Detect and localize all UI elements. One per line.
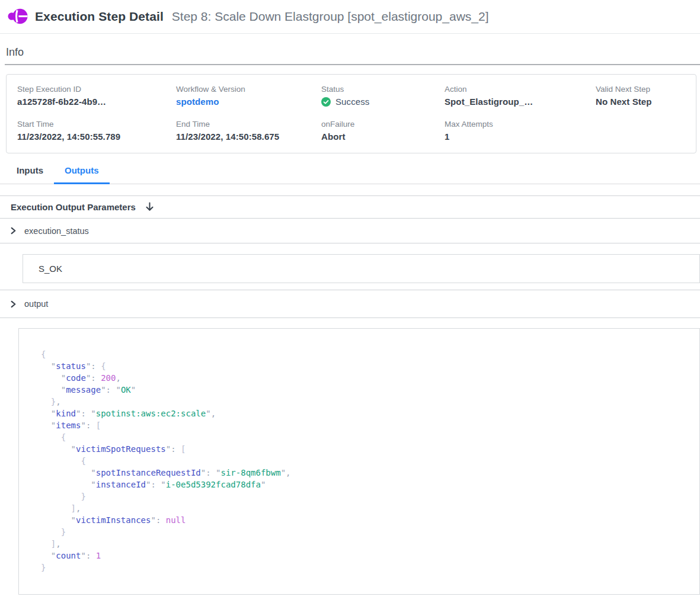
workflow-link[interactable]: spotdemo (176, 97, 321, 107)
execution-status-panel: S_OK (0, 254, 700, 290)
field-label: Step Execution ID (17, 85, 176, 94)
divider (5, 64, 700, 65)
output-panel: { "status": { "code": 200, "message": "O… (0, 328, 700, 595)
execution-output-parameters-header: Execution Output Parameters (0, 195, 700, 219)
field-label: Valid Next Step (596, 85, 684, 94)
field-label: onFailure (321, 120, 445, 129)
param-row-execution-status[interactable]: execution_status (0, 219, 700, 243)
field-value: 11/23/2022, 14:50:58.675 (176, 131, 321, 142)
download-arrow-icon[interactable] (145, 202, 155, 212)
info-card: Step Execution ID a125728f-6b22-4b9… Wor… (6, 74, 696, 153)
tab-inputs[interactable]: Inputs (6, 165, 54, 184)
output-json-box: { "status": { "code": 200, "message": "O… (18, 328, 700, 595)
param-row-output[interactable]: output (0, 290, 700, 318)
field-onfailure: onFailure Abort (321, 120, 445, 142)
output-json: { "status": { "code": 200, "message": "O… (41, 348, 688, 573)
field-label: Start Time (17, 120, 176, 129)
info-section-title: Info (0, 34, 700, 64)
field-start-time: Start Time 11/23/2022, 14:50:55.789 (17, 120, 176, 142)
field-value: 1 (445, 131, 596, 142)
field-empty (596, 120, 684, 142)
field-label: End Time (176, 120, 321, 129)
field-max-attempts: Max Attempts 1 (445, 120, 596, 142)
field-value: No Next Step (596, 97, 684, 107)
execution-status-value: S_OK (39, 264, 62, 274)
execution-status-value-box: S_OK (23, 254, 700, 283)
field-action: Action Spot_Elastigroup_… (445, 85, 596, 107)
page-subtitle: Step 8: Scale Down Elastgroup [spot_elas… (172, 9, 489, 24)
tab-bar: Inputs Outputs (0, 165, 700, 184)
field-label: Action (445, 85, 596, 94)
section-title: Execution Output Parameters (11, 202, 136, 212)
field-value: 11/23/2022, 14:50:55.789 (17, 131, 176, 142)
field-value: Spot_Elastigroup_… (445, 97, 596, 107)
chevron-right-icon (9, 226, 18, 235)
page-header: Execution Step Detail Step 8: Scale Down… (0, 0, 700, 34)
spot-logo-icon (7, 6, 28, 27)
param-name: execution_status (24, 226, 89, 236)
page-title: Execution Step Detail (35, 9, 164, 24)
field-end-time: End Time 11/23/2022, 14:50:58.675 (176, 120, 321, 142)
success-check-icon (321, 97, 331, 107)
field-value: a125728f-6b22-4b9… (17, 97, 176, 107)
field-label: Max Attempts (445, 120, 596, 129)
info-section: Info Step Execution ID a125728f-6b22-4b9… (0, 34, 700, 153)
field-label: Workflow & Version (176, 85, 321, 94)
field-step-execution-id: Step Execution ID a125728f-6b22-4b9… (17, 85, 176, 107)
tab-outputs[interactable]: Outputs (54, 165, 110, 184)
status-text: Success (335, 97, 369, 107)
chevron-right-icon (9, 300, 18, 309)
field-label: Status (321, 85, 445, 94)
field-status: Status Success (321, 85, 445, 107)
field-value: Abort (321, 131, 445, 142)
param-name: output (24, 299, 48, 309)
field-workflow-version: Workflow & Version spotdemo (176, 85, 321, 107)
field-valid-next-step: Valid Next Step No Next Step (596, 85, 684, 107)
status-badge: Success (321, 97, 445, 107)
